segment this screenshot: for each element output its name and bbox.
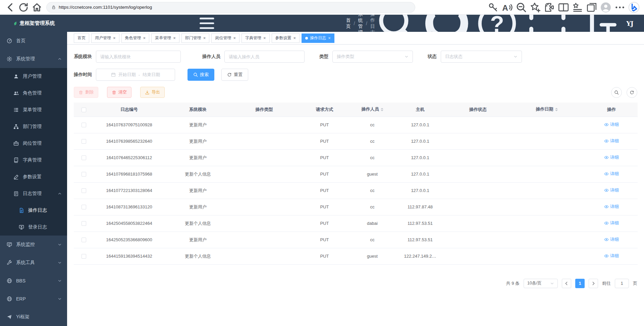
row-checkbox[interactable] <box>82 139 86 144</box>
tab-role-mgmt[interactable]: 角色管理× <box>121 34 150 43</box>
sidebar-item-system-monitor[interactable]: 系统监控 <box>0 236 67 254</box>
row-checkbox[interactable] <box>82 188 86 193</box>
tab-dict-mgmt[interactable]: 字典管理× <box>241 34 270 43</box>
sidebar-item-login-log[interactable]: 登录日志 <box>0 219 67 236</box>
collections-button[interactable] <box>586 2 598 13</box>
sidebar-item-erp[interactable]: ERP <box>0 290 67 308</box>
hamburger-icon[interactable] <box>74 15 340 32</box>
prev-page-button[interactable] <box>562 279 571 288</box>
tab-close-icon[interactable]: × <box>203 36 206 40</box>
detail-link[interactable]: 详细 <box>604 122 619 128</box>
row-checkbox[interactable] <box>82 238 86 242</box>
tab-close-icon[interactable]: × <box>263 36 266 40</box>
tab-close-icon[interactable]: × <box>143 36 146 40</box>
sidebar-item-dict-mgmt[interactable]: 字典管理 <box>0 152 67 169</box>
sidebar-item-bbs[interactable]: BBS <box>0 272 67 290</box>
detail-link[interactable]: 详细 <box>604 171 619 177</box>
tab-close-icon[interactable]: × <box>233 36 236 40</box>
tab-close-icon[interactable]: × <box>328 36 331 40</box>
search-button[interactable]: 搜索 <box>187 69 214 81</box>
tab-close-icon[interactable]: × <box>173 36 176 40</box>
module-input[interactable] <box>100 54 176 59</box>
detail-link[interactable]: 详细 <box>604 253 619 259</box>
tab-menu-mgmt[interactable]: 菜单管理× <box>151 34 179 43</box>
sidebar-item-dept-mgmt[interactable]: 部门管理 <box>0 118 67 135</box>
refresh-table-button[interactable] <box>627 87 637 98</box>
row-checkbox[interactable] <box>82 155 86 160</box>
detail-link[interactable]: 详细 <box>604 138 619 144</box>
goto-page-input[interactable] <box>615 279 629 288</box>
sidebar-item-log-mgmt[interactable]: 日志管理 <box>0 185 67 202</box>
reset-button[interactable]: 重置 <box>221 69 248 81</box>
sidebar-item-param-settings[interactable]: 参数设置 <box>0 169 67 185</box>
delete-button[interactable]: 删除 <box>74 87 98 98</box>
tool-icon <box>7 260 12 265</box>
favorites-bar-button[interactable] <box>572 2 584 13</box>
toggle-search-button[interactable] <box>611 87 622 98</box>
page-number[interactable]: 1 <box>575 279 585 288</box>
page-size-select[interactable]: 10条/页 <box>524 279 558 288</box>
column-header[interactable]: 操作日期 <box>508 103 585 117</box>
password-button[interactable] <box>487 2 499 13</box>
browser-menu-button[interactable] <box>614 2 626 13</box>
refresh-button[interactable] <box>17 2 30 13</box>
tab-dept-mgmt[interactable]: 部门管理× <box>181 34 210 43</box>
address-bar[interactable]: https://ccnetcore.com:1101/system/log/op… <box>46 2 415 13</box>
sidebar-item-system-tools[interactable]: 系统工具 <box>0 254 67 272</box>
status-select[interactable]: 日志状态 <box>441 51 522 63</box>
row-checkbox[interactable] <box>82 205 86 209</box>
detail-link[interactable]: 详细 <box>604 220 619 226</box>
row-checkbox[interactable] <box>82 221 86 226</box>
clear-button[interactable]: 清空 <box>107 87 131 98</box>
copilot-button[interactable] <box>628 2 640 13</box>
split-screen-button[interactable] <box>557 2 570 13</box>
detail-link[interactable]: 详细 <box>604 154 619 160</box>
dict-icon <box>13 157 19 163</box>
date-range-picker[interactable]: 开始日期 - 结束日期 <box>96 69 175 81</box>
sidebar-item-home[interactable]: 首页 <box>0 32 67 50</box>
zoom-button[interactable] <box>515 2 527 13</box>
sort-caret[interactable] <box>381 107 383 113</box>
sidebar-item-yi-framework[interactable]: Yi框架 <box>0 308 67 326</box>
sidebar-item-post-mgmt[interactable]: 岗位管理 <box>0 135 67 152</box>
tab-oper-log[interactable]: 操作日志× <box>302 34 334 43</box>
breadcrumb-home[interactable]: 首页 <box>346 17 351 29</box>
tab-close-icon[interactable]: × <box>293 36 296 40</box>
column-header[interactable]: 操作人员 <box>352 103 392 117</box>
sort-caret[interactable] <box>555 107 558 113</box>
tab-post-mgmt[interactable]: 岗位管理× <box>211 34 239 43</box>
tab-close-icon[interactable]: × <box>113 36 116 40</box>
user-avatar[interactable]: YJ <box>626 20 633 27</box>
tab-param-settings[interactable]: 参数设置× <box>272 34 300 43</box>
page-unit: 页 <box>633 280 637 286</box>
sidebar-item-system-mgmt[interactable]: 系统管理 <box>0 50 67 68</box>
select-all-checkbox[interactable] <box>82 108 86 112</box>
cell-oper-type <box>231 149 297 166</box>
tabs-bar: 首页用户管理×角色管理×菜单管理×部门管理×岗位管理×字典管理×参数设置×操作日… <box>67 32 644 45</box>
sidebar-item-menu-mgmt[interactable]: 菜单管理 <box>0 102 67 118</box>
tab-user-mgmt[interactable]: 用户管理× <box>91 34 119 43</box>
detail-link[interactable]: 详细 <box>604 187 619 193</box>
row-checkbox[interactable] <box>82 123 86 127</box>
sidebar-item-user-mgmt[interactable]: 用户管理 <box>0 68 67 85</box>
next-page-button[interactable] <box>589 279 598 288</box>
extensions-button[interactable] <box>543 2 555 13</box>
read-aloud-button[interactable]: A <box>501 2 513 13</box>
detail-link[interactable]: 详细 <box>604 204 619 210</box>
row-checkbox[interactable] <box>82 254 86 259</box>
type-select[interactable]: 操作类型 <box>332 51 413 63</box>
favorite-button[interactable] <box>529 2 541 13</box>
operator-input[interactable] <box>229 54 300 59</box>
avatar-caret-icon[interactable] <box>637 21 637 26</box>
profile-button[interactable] <box>600 2 612 13</box>
detail-link[interactable]: 详细 <box>604 237 619 243</box>
chevron-up-icon <box>58 57 62 61</box>
sidebar-item-oper-log[interactable]: 操作日志 <box>0 202 67 219</box>
back-button[interactable] <box>4 2 16 13</box>
home-button[interactable] <box>31 2 43 13</box>
row-checkbox[interactable] <box>82 172 86 177</box>
export-button[interactable]: 导出 <box>140 87 165 98</box>
app-logo[interactable]: 意框架管理系统 <box>0 15 67 32</box>
sidebar-item-role-mgmt[interactable]: 角色管理 <box>0 85 67 102</box>
tab-home[interactable]: 首页 <box>74 34 89 43</box>
